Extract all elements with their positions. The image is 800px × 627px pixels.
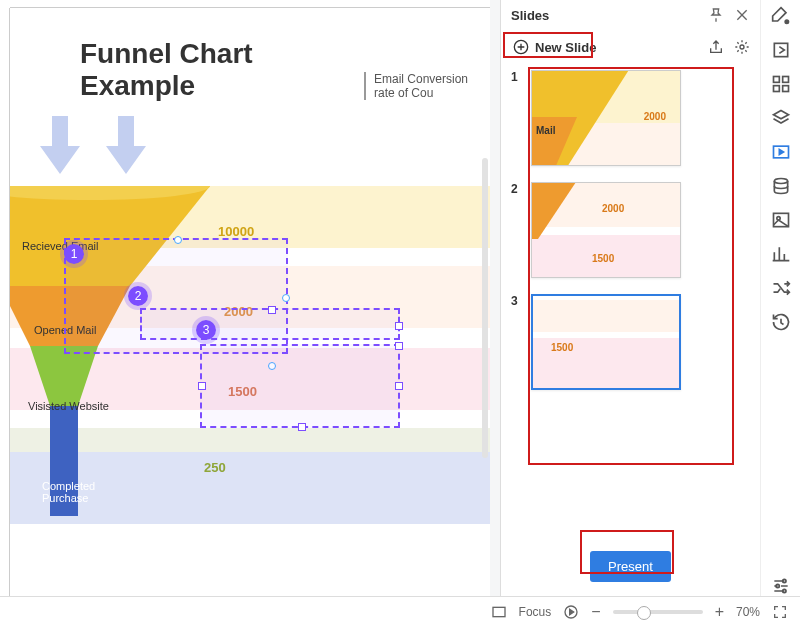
down-arrow-icon[interactable] [106, 116, 146, 174]
chart-title-line2: Example [80, 70, 195, 101]
pin-icon[interactable] [708, 7, 724, 23]
export-icon[interactable] [771, 40, 791, 60]
svg-point-3 [785, 20, 788, 23]
svg-rect-16 [493, 607, 505, 616]
status-bar: Focus − + 70% [0, 596, 800, 627]
canvas-scrollbar[interactable] [482, 158, 488, 458]
annotation-box [528, 67, 734, 465]
slides-panel-title: Slides [511, 8, 549, 23]
slide-number: 1 [511, 70, 523, 166]
chart-subtitle[interactable]: Email Conversion rate of Cou [364, 72, 490, 100]
annotation-box [503, 32, 593, 58]
image-icon[interactable] [771, 210, 791, 230]
svg-point-13 [782, 579, 785, 582]
ruler-top[interactable] [10, 0, 490, 8]
zoom-out-button[interactable]: − [591, 603, 600, 621]
fullscreen-icon[interactable] [772, 604, 788, 620]
grid-icon[interactable] [771, 74, 791, 94]
selection-box-2[interactable] [140, 308, 400, 340]
play-icon[interactable] [563, 604, 579, 620]
svg-rect-7 [773, 86, 779, 92]
chart-icon[interactable] [771, 244, 791, 264]
canvas[interactable]: Funnel Chart Example Email Conversion ra… [10, 8, 490, 596]
settings-sliders-icon[interactable] [771, 576, 791, 596]
svg-rect-5 [773, 77, 779, 83]
slide-number: 3 [511, 294, 523, 390]
paint-icon[interactable] [771, 6, 791, 26]
seg-label-3: Visisted Website [28, 400, 109, 412]
zoom-level[interactable]: 70% [736, 605, 760, 619]
zoom-slider[interactable] [613, 610, 703, 614]
marker-3[interactable]: 3 [196, 320, 216, 340]
down-arrow-icon[interactable] [40, 116, 80, 174]
slide-number: 2 [511, 182, 523, 278]
svg-rect-8 [782, 86, 788, 92]
marker-2[interactable]: 2 [128, 286, 148, 306]
right-rail [760, 0, 800, 596]
zoom-in-button[interactable]: + [715, 603, 724, 621]
svg-point-2 [740, 45, 744, 49]
svg-point-10 [774, 179, 787, 184]
funnel-shape[interactable] [10, 186, 230, 526]
chart-title[interactable]: Funnel Chart Example [80, 38, 253, 102]
close-icon[interactable] [734, 7, 750, 23]
chart-title-line1: Funnel Chart [80, 38, 253, 69]
svg-rect-6 [782, 77, 788, 83]
selection-box-3[interactable] [200, 344, 400, 428]
gear-icon[interactable] [734, 39, 750, 55]
database-icon[interactable] [771, 176, 791, 196]
layers-icon[interactable] [771, 108, 791, 128]
focus-mode-icon[interactable] [491, 604, 507, 620]
share-icon[interactable] [708, 39, 724, 55]
ruler-left[interactable] [0, 8, 10, 596]
focus-label[interactable]: Focus [519, 605, 552, 619]
slides-panel-header: Slides [501, 0, 760, 30]
history-icon[interactable] [771, 312, 791, 332]
seg-label-4: Completed Purchase [42, 480, 102, 504]
marker-1[interactable]: 1 [64, 244, 84, 264]
shuffle-icon[interactable] [771, 278, 791, 298]
annotation-box [580, 530, 674, 574]
svg-point-15 [782, 589, 785, 592]
slides-icon[interactable] [771, 142, 791, 162]
canvas-area: Funnel Chart Example Email Conversion ra… [0, 0, 490, 596]
